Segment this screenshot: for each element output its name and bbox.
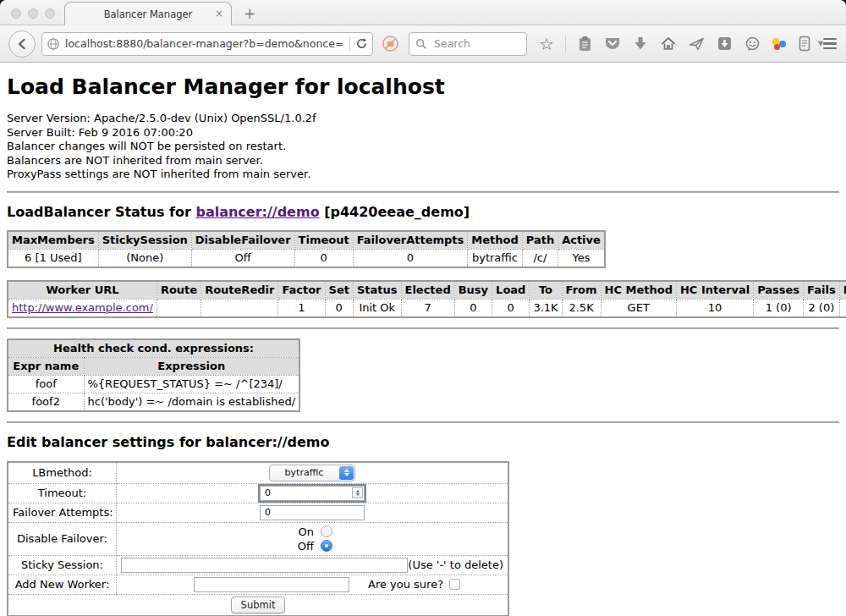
table-header-row: MaxMembers StickySession DisableFailover… xyxy=(8,231,605,250)
worker-status-table: Worker URL Route RouteRedir Factor Set S… xyxy=(7,280,846,318)
timeout-input[interactable] xyxy=(263,487,352,499)
tab-balancer-manager[interactable]: Balancer Manager × xyxy=(64,2,232,25)
search-bar[interactable] xyxy=(409,32,527,56)
minimize-window-button[interactable] xyxy=(28,8,38,19)
col-hc-interval: HC Interval xyxy=(676,281,753,300)
submit-button[interactable]: Submit xyxy=(231,597,286,613)
tab-bar: Balancer Manager × + xyxy=(0,0,846,25)
proxypass-notice-line: ProxyPass settings are NOT inherited fro… xyxy=(7,168,839,182)
col-stickysession: StickySession xyxy=(98,231,191,250)
timeout-row: Timeout: xyxy=(8,483,508,503)
confirm-checkbox[interactable] xyxy=(449,579,460,590)
navigation-toolbar: localhost:8880/balancer-manager?b=demo&n… xyxy=(0,25,846,63)
download-square-icon[interactable] xyxy=(715,35,733,53)
lbmethod-row: LBmethod: bytraffic xyxy=(8,462,508,484)
col-load: Load xyxy=(492,281,530,300)
col-method: Method xyxy=(468,231,522,250)
submit-row: Submit xyxy=(8,594,508,616)
disable-failover-row: Disable Failover: On Off xyxy=(8,522,508,555)
status-heading-prefix: LoadBalancer Status for xyxy=(7,204,195,220)
back-arrow-icon xyxy=(15,37,29,51)
number-spinner-icon[interactable] xyxy=(352,487,363,498)
health-check-table: Health check cond. expressions: Expr nam… xyxy=(7,338,300,412)
worker-url-link[interactable]: http://www.example.com/ xyxy=(12,301,153,314)
add-worker-row: Add New Worker: Are you sure? xyxy=(8,575,508,594)
failover-attempts-row: Failover Attempts: xyxy=(8,503,508,522)
table-title-row: Health check cond. expressions: xyxy=(8,339,299,358)
col-expr-name: Expr name xyxy=(8,357,84,375)
downloads-icon[interactable] xyxy=(631,35,650,53)
disable-failover-label: Disable Failover: xyxy=(8,522,117,555)
lbmethod-select[interactable]: bytraffic xyxy=(269,465,355,481)
colored-dots-extension-icon[interactable] xyxy=(771,36,786,52)
section-divider xyxy=(7,327,839,329)
col-fails: Fails xyxy=(804,281,840,300)
sticky-session-input[interactable] xyxy=(121,558,408,573)
reader-list-icon[interactable] xyxy=(795,35,814,53)
chat-smiley-icon[interactable] xyxy=(743,35,761,53)
table-header-row: Worker URL Route RouteRedir Factor Set S… xyxy=(8,281,846,300)
tab-close-icon[interactable]: × xyxy=(215,8,223,19)
col-disablefailover: DisableFailover xyxy=(191,231,294,250)
col-hc-uri: HC uri xyxy=(839,281,846,300)
col-hc-method: HC Method xyxy=(601,281,676,300)
back-button[interactable] xyxy=(8,30,36,58)
table-row: foof %{REQUEST_STATUS} =~ /^[234]/ xyxy=(8,375,299,393)
col-status: Status xyxy=(353,281,401,300)
new-tab-button[interactable]: + xyxy=(244,5,255,22)
menu-hamburger-icon[interactable] xyxy=(823,38,837,49)
col-routeredir: RouteRedir xyxy=(201,281,278,300)
health-table-title: Health check cond. expressions: xyxy=(8,339,299,358)
section-divider xyxy=(7,191,839,193)
add-worker-label: Add New Worker: xyxy=(8,575,117,594)
search-input[interactable] xyxy=(432,36,520,51)
col-from: From xyxy=(562,281,601,300)
failover-attempts-input[interactable] xyxy=(263,506,363,519)
failover-attempts-label: Failover Attempts: xyxy=(8,503,117,522)
sticky-session-hint: (Use '-' to delete) xyxy=(408,558,503,571)
url-bar[interactable]: localhost:8880/balancer-manager?b=demo&n… xyxy=(41,32,373,56)
clipboard-icon[interactable] xyxy=(575,35,594,53)
page-content: Load Balancer Manager for localhost Serv… xyxy=(0,63,846,616)
col-path: Path xyxy=(522,231,558,250)
add-worker-input[interactable] xyxy=(194,577,349,592)
table-row: http://www.example.com/ 1 0 Init Ok 7 0 … xyxy=(8,299,846,317)
zoom-window-button[interactable] xyxy=(45,8,55,19)
table-row: foof2 hc('body') =~ /domain is establish… xyxy=(8,393,299,411)
edit-settings-heading: Edit balancer settings for balancer://de… xyxy=(7,434,839,450)
url-text[interactable]: localhost:8880/balancer-manager?b=demo&n… xyxy=(65,37,344,50)
toolbar-divider xyxy=(565,36,566,52)
section-divider xyxy=(7,421,839,423)
close-window-button[interactable] xyxy=(11,8,21,19)
server-built-line: Server Built: Feb 9 2016 07:00:20 xyxy=(7,126,839,140)
browser-window: Balancer Manager × + localhost:8880/bala… xyxy=(0,0,846,616)
radio-on-label: On xyxy=(292,525,314,539)
timeout-label: Timeout: xyxy=(8,483,117,503)
disable-failover-on-radio[interactable] xyxy=(321,525,332,537)
col-expression: Expression xyxy=(84,357,299,375)
server-version-line: Server Version: Apache/2.5.0-dev (Unix) … xyxy=(7,112,839,126)
reload-icon[interactable] xyxy=(355,37,368,50)
col-route: Route xyxy=(157,281,201,300)
lbmethod-label: LBmethod: xyxy=(8,462,117,484)
content-blocked-icon[interactable] xyxy=(382,35,399,52)
col-busy: Busy xyxy=(454,281,492,300)
inherit-notice-line: Balancers are NOT inherited from main se… xyxy=(7,154,839,168)
disable-failover-off-radio[interactable] xyxy=(321,540,332,552)
col-elected: Elected xyxy=(401,281,454,300)
persist-notice-line: Balancer changes will NOT be persisted o… xyxy=(7,140,839,154)
lbmethod-selected-value: bytraffic xyxy=(270,467,338,478)
send-plane-icon[interactable] xyxy=(687,35,706,53)
table-header-row: Expr name Expression xyxy=(8,357,299,375)
page-title: Load Balancer Manager for localhost xyxy=(7,74,839,99)
balancer-demo-link[interactable]: balancer://demo xyxy=(195,204,319,220)
failover-input-wrap xyxy=(260,505,365,520)
col-to: To xyxy=(530,281,562,300)
balancer-status-table: MaxMembers StickySession DisableFailover… xyxy=(7,230,606,268)
col-timeout: Timeout xyxy=(294,231,353,250)
sticky-session-label: Sticky Session: xyxy=(8,555,117,575)
bookmark-star-icon[interactable]: ☆ xyxy=(537,35,556,53)
pocket-icon[interactable] xyxy=(603,35,622,53)
home-icon[interactable] xyxy=(659,35,678,53)
window-controls xyxy=(11,8,55,19)
